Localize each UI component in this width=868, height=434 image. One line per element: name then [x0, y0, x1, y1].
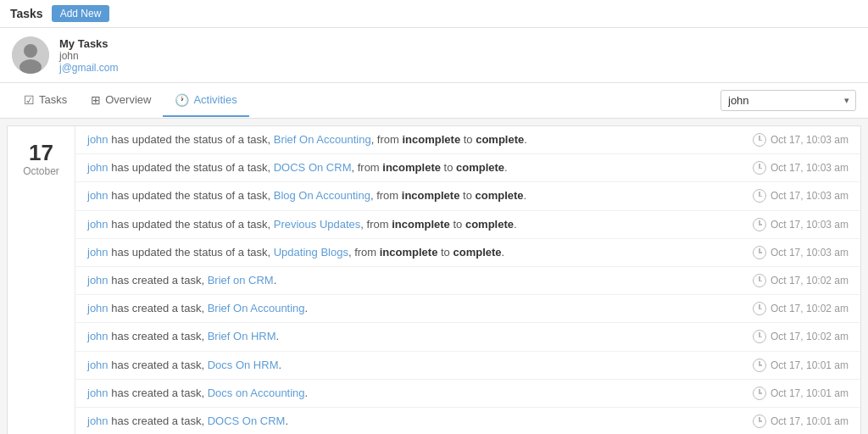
activity-end: . [502, 246, 505, 259]
activity-time: Oct 17, 10:03 am [738, 133, 849, 147]
activity-middle: to [453, 218, 462, 231]
activity-end: . [514, 218, 517, 231]
user-bar: My Tasks john j@gmail.com [0, 28, 868, 83]
activity-suffix: , from [371, 133, 403, 146]
user-filter-select[interactable]: john [721, 90, 856, 111]
activity-time: Oct 17, 10:03 am [738, 246, 849, 259]
activity-action: has updated the status of a task, [111, 161, 270, 174]
tab-activities-label: Activities [193, 93, 236, 106]
activity-task-link[interactable]: Docs On HRM [208, 359, 279, 371]
clock-icon [753, 302, 766, 315]
activity-row: john has updated the status of a task, D… [75, 154, 860, 182]
activity-user-link[interactable]: john [87, 161, 108, 174]
tab-overview[interactable]: ⊞ Overview [79, 85, 163, 117]
activity-task-link[interactable]: Blog On Accounting [274, 189, 370, 202]
activity-suffix: , from [370, 189, 402, 202]
activity-status-from: incomplete [382, 161, 441, 174]
activity-row: john has created a task, DOCS On CRM.Oct… [75, 408, 860, 434]
activity-task-link[interactable]: DOCS On CRM [208, 415, 286, 427]
activity-user-link[interactable]: john [87, 189, 108, 202]
activity-timestamp: Oct 17, 10:03 am [771, 134, 849, 146]
grid-icon: ⊞ [91, 93, 101, 107]
activity-text: john has created a task, DOCS On CRM. [87, 414, 738, 429]
tab-tasks-label: Tasks [39, 93, 67, 106]
activity-suffix: , from [360, 218, 392, 231]
activity-text: john has created a task, Docs On HRM. [87, 358, 738, 373]
activity-row: john has created a task, Brief On Accoun… [75, 295, 860, 323]
activity-row: john has created a task, Docs On HRM.Oct… [75, 352, 860, 380]
activity-user-link[interactable]: john [87, 387, 108, 399]
activity-time: Oct 17, 10:01 am [738, 415, 849, 428]
activity-task-link[interactable]: Brief On HRM [208, 330, 276, 342]
activity-text: john has updated the status of a task, P… [87, 217, 738, 232]
activity-user-link[interactable]: john [87, 274, 108, 287]
activity-timestamp: Oct 17, 10:03 am [771, 247, 849, 259]
activity-section: 17 October john has updated the status o… [8, 126, 860, 434]
clock-tab-icon: 🕐 [175, 93, 189, 107]
activity-row: john has created a task, Brief On HRM.Oc… [75, 323, 860, 351]
clock-icon [753, 218, 766, 231]
activity-text: john has updated the status of a task, B… [87, 132, 738, 147]
activity-user-link[interactable]: john [87, 133, 108, 146]
activity-action: has created a task, [111, 415, 204, 427]
activity-status-from: incomplete [402, 189, 460, 202]
user-email: j@gmail.com [59, 62, 119, 74]
activity-end: . [524, 189, 527, 202]
activity-text: john has created a task, Brief on CRM. [87, 273, 738, 288]
activity-action: has created a task, [111, 359, 204, 371]
activity-text: john has updated the status of a task, D… [87, 160, 738, 175]
activity-row: john has created a task, Brief on CRM.Oc… [75, 267, 860, 295]
activity-status-from: incomplete [392, 218, 450, 231]
activity-list: john has updated the status of a task, B… [75, 126, 860, 434]
activity-timestamp: Oct 17, 10:02 am [771, 303, 849, 314]
activity-action: has created a task, [111, 387, 204, 399]
activity-status-from: incomplete [402, 133, 460, 146]
activity-text: john has created a task, Brief On HRM. [87, 329, 738, 344]
activity-row: john has updated the status of a task, P… [75, 211, 860, 239]
activity-middle: to [464, 133, 473, 146]
activity-task-link[interactable]: Brief On Accounting [208, 302, 305, 314]
tabs-bar: ☑ Tasks ⊞ Overview 🕐 Activities john [0, 83, 868, 119]
activity-task-link[interactable]: Previous Updates [274, 218, 361, 231]
activity-user-link[interactable]: john [87, 415, 108, 427]
activity-end: . [305, 387, 309, 399]
user-section-title: My Tasks [59, 37, 119, 50]
activity-task-link[interactable]: Docs on Accounting [208, 387, 305, 399]
date-column: 17 October [8, 126, 75, 434]
activity-task-link[interactable]: DOCS On CRM [274, 161, 352, 174]
tab-overview-label: Overview [105, 93, 151, 106]
clock-icon [753, 246, 766, 259]
tab-activities[interactable]: 🕐 Activities [163, 85, 248, 117]
activity-time: Oct 17, 10:01 am [738, 387, 849, 400]
activity-timestamp: Oct 17, 10:03 am [771, 162, 849, 174]
activity-user-link[interactable]: john [87, 302, 108, 314]
activity-timestamp: Oct 17, 10:02 am [771, 275, 849, 287]
clock-icon [753, 274, 766, 287]
activity-user-link[interactable]: john [87, 330, 108, 342]
activity-timestamp: Oct 17, 10:01 am [771, 415, 849, 427]
activity-action: has updated the status of a task, [111, 133, 270, 146]
activity-end: . [285, 415, 288, 427]
clock-icon [753, 415, 766, 428]
activity-middle: to [444, 161, 453, 174]
activity-task-link[interactable]: Brief On Accounting [274, 133, 371, 146]
page-title: Tasks [10, 7, 43, 20]
activity-text: john has updated the status of a task, U… [87, 245, 738, 260]
activity-timestamp: Oct 17, 10:01 am [771, 359, 849, 371]
activity-task-link[interactable]: Brief on CRM [208, 274, 274, 287]
tab-tasks[interactable]: ☑ Tasks [12, 85, 79, 117]
activity-user-link[interactable]: john [87, 359, 108, 371]
activity-time: Oct 17, 10:03 am [738, 218, 849, 231]
activity-action: has updated the status of a task, [111, 218, 270, 231]
activity-time: Oct 17, 10:03 am [738, 161, 849, 175]
main-content: 17 October john has updated the status o… [7, 125, 861, 434]
activity-action: has updated the status of a task, [111, 189, 270, 202]
user-filter-wrapper: john [721, 90, 856, 111]
activity-user-link[interactable]: john [87, 218, 108, 231]
activity-timestamp: Oct 17, 10:01 am [771, 387, 849, 399]
activity-user-link[interactable]: john [87, 246, 108, 259]
activity-task-link[interactable]: Updating Blogs [274, 246, 348, 259]
activity-end: . [524, 133, 527, 146]
activity-text: john has updated the status of a task, B… [87, 188, 738, 203]
add-new-button[interactable]: Add New [52, 5, 110, 22]
